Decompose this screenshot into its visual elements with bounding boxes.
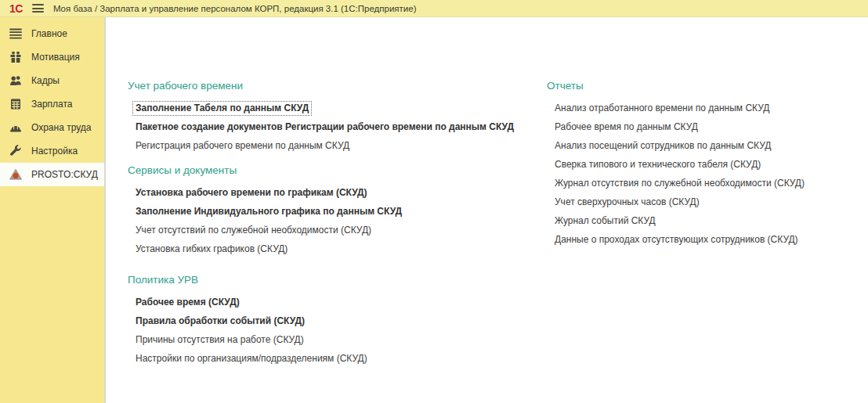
- sidebar-item-label: Зарплата: [31, 99, 73, 110]
- 1c-logo: 1С: [6, 1, 23, 16]
- helmet-icon: [9, 121, 23, 134]
- sidebar-item-glavnoe[interactable]: Главное: [0, 22, 104, 45]
- gift-icon: [9, 51, 23, 63]
- sidebar-item-nastroyka[interactable]: Настройка: [0, 139, 104, 163]
- command-link[interactable]: Установка рабочего времени по графикам (…: [133, 186, 370, 200]
- hamburger-icon[interactable]: [32, 4, 44, 13]
- sidebar-item-label: Настройка: [31, 146, 78, 157]
- command-link[interactable]: Учет сверхурочных часов (СКУД): [552, 196, 702, 209]
- section-title: Сервисы и документы: [128, 164, 547, 177]
- content-area: Учет рабочего времени Заполнение Табеля …: [104, 17, 868, 403]
- sidebar-item-label: Мотивация: [31, 52, 80, 63]
- command-link[interactable]: Рабочее время по данным СКУД: [552, 121, 700, 134]
- section-title: Отчеты: [547, 79, 868, 92]
- section-politika-urv: Политика УРВ Рабочее время (СКУД) Правил…: [128, 273, 547, 365]
- section-title: Политика УРВ: [128, 273, 547, 286]
- command-link[interactable]: Анализ посещений сотрудников по данным С…: [552, 139, 773, 153]
- sidebar-item-label: Охрана труда: [31, 122, 92, 133]
- command-link[interactable]: Регистрация рабочего времени по данным С…: [133, 139, 352, 153]
- sidebar-item-motivaciya[interactable]: Мотивация: [0, 45, 104, 69]
- app-window: 1С Моя база / Зарплата и управление перс…: [0, 0, 868, 403]
- command-link[interactable]: Настройки по организациям/подразделениям…: [133, 352, 370, 365]
- command-link[interactable]: Данные о проходах отсутствующих сотрудни…: [552, 233, 801, 246]
- command-link[interactable]: Причины отсутствия на работе (СКУД): [133, 333, 306, 347]
- people-icon: [9, 74, 23, 87]
- wrench-icon: [9, 145, 23, 157]
- sidebar-item-prosto-skud[interactable]: PROSTO:СКУД: [0, 163, 104, 186]
- command-link[interactable]: Рабочее время (СКУД): [133, 296, 242, 309]
- sidebar-item-zarplata[interactable]: Зарплата: [0, 92, 104, 116]
- command-link[interactable]: Анализ отработанного времени по данным С…: [552, 102, 772, 115]
- title-bar: 1С Моя база / Зарплата и управление перс…: [0, 0, 868, 17]
- sidebar-item-label: Главное: [31, 28, 67, 39]
- command-link[interactable]: Правила обработки событий (СКУД): [133, 315, 307, 328]
- command-link[interactable]: Заполнение Табеля по данным СКУД: [132, 101, 312, 116]
- prosto-skud-icon: [9, 168, 23, 181]
- window-title: Моя база / Зарплата и управление персона…: [53, 4, 417, 13]
- sidebar-item-kadry[interactable]: Кадры: [0, 69, 104, 92]
- sidebar-item-label: PROSTO:СКУД: [31, 169, 98, 180]
- section-servisy-i-dokumenty: Сервисы и документы Установка рабочего в…: [128, 164, 547, 256]
- command-link[interactable]: Установка гибких графиков (СКУД): [133, 243, 290, 256]
- list-icon: [9, 27, 23, 40]
- section-title: Учет рабочего времени: [128, 79, 547, 92]
- section-panel: Главное Мотивация Кадры Зарплата: [0, 17, 104, 403]
- sidebar-item-label: Кадры: [31, 75, 60, 86]
- command-link[interactable]: Журнал отсутствия по служебной необходим…: [552, 177, 807, 190]
- command-link[interactable]: Журнал событий СКУД: [552, 214, 658, 228]
- sidebar-item-ohrana-truda[interactable]: Охрана труда: [0, 116, 104, 139]
- section-uchet-rabochego-vremeni: Учет рабочего времени Заполнение Табеля …: [128, 79, 547, 153]
- command-link[interactable]: Учет отсутствий по служебной необходимос…: [133, 224, 374, 237]
- content-column-left: Учет рабочего времени Заполнение Табеля …: [128, 79, 547, 376]
- command-link[interactable]: Сверка типового и технического табеля (С…: [552, 158, 763, 171]
- calculator-icon: [9, 98, 23, 110]
- command-link[interactable]: Пакетное создание документов Регистрации…: [133, 121, 516, 134]
- command-link[interactable]: Заполнение Индивидуального графика по да…: [133, 205, 404, 218]
- section-otchety: Отчеты Анализ отработанного времени по д…: [547, 79, 868, 246]
- content-column-right: Отчеты Анализ отработанного времени по д…: [547, 79, 868, 257]
